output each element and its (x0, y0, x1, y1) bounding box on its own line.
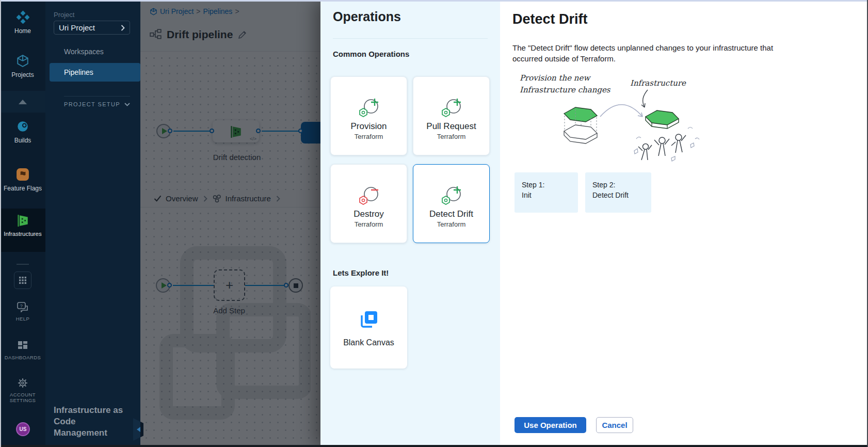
sidebar-item-feature-flags[interactable]: Feature Flags (0, 168, 45, 192)
operation-card-provision[interactable]: Provision Terraform (330, 76, 407, 155)
nav-item-label: Pipelines (64, 68, 93, 76)
operations-title: Operations (333, 9, 401, 24)
project-selector[interactable]: Uri Project (54, 21, 130, 35)
sidebar-item-label: ACCOUNT SETTINGS (5, 392, 41, 404)
detail-title: Detect Drift (512, 11, 588, 27)
operation-card-pull-request[interactable]: Pull Request Terraform (413, 76, 490, 155)
sidebar-item-workspaces[interactable]: Workspaces (50, 42, 140, 61)
sidebar-item-help[interactable]: ? HELP (0, 302, 45, 322)
operation-detail-panel: Detect Drift The "Detect Drift" flow det… (500, 0, 868, 447)
provision-terraform-icon (357, 97, 381, 118)
chevron-down-icon (124, 103, 130, 106)
sidebar-item-label: Feature Flags (4, 185, 42, 192)
step-card-2: Step 2: Detect Drift (585, 172, 651, 213)
avatar-initials: US (20, 426, 27, 432)
use-operation-button[interactable]: Use Operation (515, 417, 586, 433)
sidebar-item-label: Home (14, 27, 31, 35)
user-avatar[interactable]: US (16, 422, 30, 436)
module-picker-button[interactable] (14, 272, 31, 289)
svg-text:?: ? (20, 304, 23, 309)
sidebar-item-infrastructures[interactable]: Infrastructures (0, 214, 45, 238)
step-number: Step 1: (522, 180, 571, 190)
illustration-label: Infrastructure changes (520, 85, 611, 94)
sidebar-item-pipelines[interactable]: Pipelines (50, 63, 140, 82)
operation-card-sub: Terraform (437, 220, 466, 228)
infrastructures-icon (16, 214, 29, 227)
step-card-1: Step 1: Init (515, 172, 578, 213)
project-label: Project (54, 11, 74, 19)
sidebar-item-label: HELP (16, 316, 29, 322)
window-edge (0, 0, 868, 2)
dashboards-icon (18, 341, 28, 351)
help-chat-icon: ? (17, 302, 28, 312)
sidebar-item-dashboards[interactable]: DASHBOARDS (0, 341, 45, 360)
detect-drift-illustration: Provision the new Infrastructure changes… (512, 69, 709, 165)
collapse-arrow-icon (137, 427, 140, 432)
sidebar-item-label: DASHBOARDS (5, 355, 41, 360)
module-rail: Home Projects Builds Feature Flags (0, 0, 45, 447)
grid-icon (19, 276, 27, 284)
operation-card-detect-drift[interactable]: Detect Drift Terraform (413, 164, 490, 243)
blank-canvas-label: Blank Canvas (343, 338, 394, 347)
explore-heading: Lets Explore It! (333, 268, 389, 277)
app-window: Home Projects Builds Feature Flags (0, 0, 868, 447)
project-name: Uri Project (59, 23, 95, 32)
pull-request-terraform-icon (440, 97, 463, 118)
gear-icon (18, 378, 28, 388)
cancel-button[interactable]: Cancel (596, 417, 633, 433)
sidebar-item-account-settings[interactable]: ACCOUNT SETTINGS (0, 378, 45, 404)
cube-icon (16, 54, 29, 68)
sidebar-item-label: Infrastructures (4, 231, 42, 238)
sidebar-item-label: Builds (14, 137, 31, 144)
detect-drift-terraform-icon (440, 184, 463, 206)
operation-card-label: Pull Request (426, 121, 476, 132)
step-number: Step 2: (592, 180, 644, 190)
operation-card-destroy[interactable]: Destroy Terraform (330, 164, 407, 243)
operation-card-sub: Terraform (355, 133, 383, 140)
divider (333, 38, 488, 39)
rail-scroll-up[interactable] (0, 91, 45, 113)
step-name: Detect Drift (592, 190, 644, 201)
destroy-terraform-icon (357, 184, 381, 206)
module-title: Infrastructure as Code Management (54, 405, 134, 439)
window-edge (0, 445, 868, 447)
detail-description: The "Detect Drift" flow detects unplanne… (512, 42, 804, 64)
operation-card-label: Provision (351, 121, 387, 132)
sidebar-item-projects[interactable]: Projects (0, 54, 45, 78)
illustration-label: Provision the new (520, 73, 591, 83)
sidebar-item-label: Projects (11, 71, 34, 78)
operation-card-sub: Terraform (437, 133, 466, 140)
operation-card-label: Detect Drift (429, 209, 473, 219)
sidebar-item-home[interactable]: Home (0, 10, 45, 35)
project-nav-panel: Project Uri Project Workspaces Pipelines… (45, 0, 140, 447)
operation-card-sub: Terraform (355, 220, 383, 228)
step-name: Init (522, 190, 571, 201)
blank-canvas-icon (358, 308, 380, 331)
window-edge (0, 0, 1, 447)
illustration-label: Infrastructure (630, 78, 686, 88)
operation-card-label: Destroy (353, 209, 384, 219)
nav-divider (64, 96, 130, 97)
section-label: PROJECT SETUP (64, 101, 120, 107)
sidebar-item-builds[interactable]: Builds (0, 120, 45, 144)
feature-flags-icon (16, 168, 29, 181)
harness-logo-icon (16, 10, 29, 24)
builds-icon (16, 120, 29, 133)
chevron-right-icon (121, 25, 125, 31)
operations-panel: Operations Common Operations Provision T… (320, 0, 500, 447)
project-setup-section[interactable]: PROJECT SETUP (64, 101, 130, 107)
nav-item-label: Workspaces (64, 47, 104, 56)
common-operations-heading: Common Operations (333, 50, 409, 58)
scroll-up-icon (19, 100, 27, 104)
rail-divider (17, 264, 29, 265)
blank-canvas-card[interactable]: Blank Canvas (330, 286, 407, 369)
operations-drawer: Operations Common Operations Provision T… (320, 0, 868, 447)
modal-dim-overlay (140, 0, 320, 447)
